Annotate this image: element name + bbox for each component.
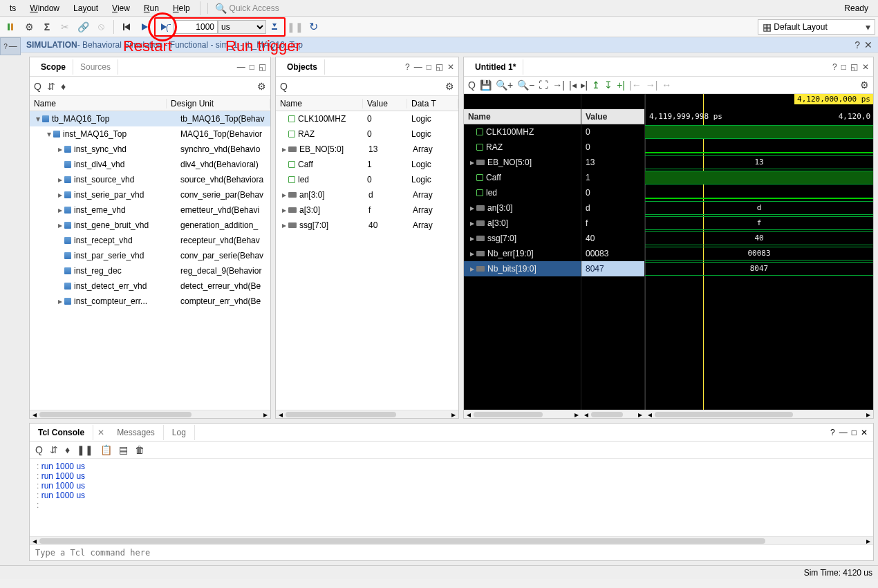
help-icon[interactable]: ? xyxy=(832,62,837,72)
minimize-icon[interactable]: — xyxy=(237,62,245,72)
wave-signal-name[interactable]: RAZ xyxy=(464,140,581,155)
wave-signal-name[interactable]: ▸ssg[7:0] xyxy=(464,231,581,246)
objects-row[interactable]: led0Logic xyxy=(276,172,458,187)
collapse-icon[interactable]: ⇵ xyxy=(50,444,58,455)
wave-lane[interactable] xyxy=(645,152,873,153)
scope-hscroll[interactable]: ◂▸ xyxy=(30,410,270,418)
scope-row[interactable]: ▾inst_MAQ16_TopMAQ16_Top(Behavior xyxy=(30,126,270,142)
close-icon[interactable]: ✕ xyxy=(447,62,454,72)
zoom-out-icon[interactable]: 🔍− xyxy=(517,79,534,91)
wave-signal-value[interactable]: 00083 xyxy=(581,246,644,261)
settings-icon[interactable]: ⚙ xyxy=(21,19,37,35)
next-transition-icon[interactable]: ↧ xyxy=(604,79,613,91)
wave-signal-value[interactable]: 0 xyxy=(581,185,644,200)
maximize-icon[interactable]: □ xyxy=(250,62,254,72)
col-name[interactable]: Name xyxy=(276,99,363,108)
prev-transition-icon[interactable]: ↥ xyxy=(592,79,600,91)
wave-signal-value[interactable]: d xyxy=(581,200,644,216)
objects-row[interactable]: Caff1Logic xyxy=(276,157,458,172)
search-icon[interactable]: Q xyxy=(35,444,43,455)
search-icon[interactable]: Q xyxy=(34,81,41,92)
wval-hscroll[interactable]: ◂▸ xyxy=(581,410,645,418)
minimize-icon[interactable]: — xyxy=(839,428,848,437)
copy-icon[interactable]: 📋 xyxy=(100,444,112,455)
wave-names[interactable]: Name CLK100MHZ RAZ▸EB_NO[5:0] Caff led▸a… xyxy=(464,94,581,410)
collapse-icon[interactable]: ⇵ xyxy=(47,81,55,92)
wave-values[interactable]: Value 001310df40000838047 xyxy=(581,94,645,410)
wave-signal-value[interactable]: 40 xyxy=(581,231,644,246)
float-icon[interactable]: ◱ xyxy=(436,62,443,72)
close-icon[interactable]: ✕ xyxy=(861,428,868,437)
wname-hscroll[interactable]: ◂▸ xyxy=(464,410,581,418)
gear-icon[interactable]: ⚙ xyxy=(257,81,266,92)
wave-signal-value[interactable]: 8047 xyxy=(581,261,644,276)
run-for-button[interactable]: (T) xyxy=(157,19,174,35)
objects-row[interactable]: ▸a[3:0]fArray xyxy=(276,202,458,218)
wave-lane[interactable]: 00083 xyxy=(645,247,873,260)
scope-row[interactable]: inst_reg_decreg_decal_9(Behavior xyxy=(30,263,270,278)
scope-row[interactable]: ▸inst_source_vhdsource_vhd(Behaviora xyxy=(30,172,270,187)
close-icon[interactable]: ✕ xyxy=(864,39,872,50)
wave-signal-name[interactable]: ▸EB_NO[5:0] xyxy=(464,155,581,170)
step-button[interactable] xyxy=(266,19,283,35)
wave-lane[interactable] xyxy=(645,125,873,139)
layout-select[interactable]: ▦ Default Layout ▾ xyxy=(758,19,875,35)
run-unit-select[interactable]: us xyxy=(218,20,266,34)
col-datatype[interactable]: Data T xyxy=(407,99,458,108)
next-marker-icon[interactable]: →| xyxy=(646,79,658,91)
wave-signal-value[interactable]: 13 xyxy=(581,155,644,170)
help-icon[interactable]: ? xyxy=(854,39,860,50)
swap-icon[interactable]: ↔ xyxy=(662,79,671,91)
scope-row[interactable]: inst_detect_err_vhddetect_erreur_vhd(Be xyxy=(30,278,270,294)
console-output[interactable]: : run 1000 us: run 1000 us: run 1000 us:… xyxy=(30,459,873,536)
tab-log[interactable]: Log xyxy=(164,425,195,440)
search-icon[interactable]: Q xyxy=(468,79,476,91)
col-name[interactable]: Name xyxy=(30,99,167,108)
scope-row[interactable]: ▸inst_eme_vhdemetteur_vhd(Behavi xyxy=(30,202,270,218)
wave-lane[interactable]: 8047 xyxy=(645,262,873,276)
objects-row[interactable]: RAZ0Logic xyxy=(276,126,458,142)
run-time-input[interactable] xyxy=(174,20,218,34)
clear-icon[interactable]: 🗑 xyxy=(135,444,144,455)
pause-icon[interactable]: ❚❚ xyxy=(77,444,93,455)
wave-lane[interactable]: 13 xyxy=(645,155,873,169)
cut-icon[interactable]: ✂ xyxy=(57,19,73,35)
wave-signal-name[interactable]: Caff xyxy=(464,170,581,185)
wave-signal-name[interactable]: ▸an[3:0] xyxy=(464,200,581,216)
list-icon[interactable]: ▤ xyxy=(119,444,128,455)
goto-start-icon[interactable]: |◂ xyxy=(569,79,577,91)
scope-row[interactable]: inst_div4_vhddiv4_vhd(Behavioral) xyxy=(30,157,270,172)
tab-close-icon[interactable]: ✕ xyxy=(93,428,109,437)
quick-access[interactable]: 🔍 Quick Access xyxy=(207,3,279,14)
wave-signal-name[interactable]: CLK100MHZ xyxy=(464,124,581,140)
menu-layout[interactable]: Layout xyxy=(66,2,105,15)
scope-row[interactable]: ▾tb_MAQ16_Toptb_MAQ16_Top(Behav xyxy=(30,111,270,126)
col-design-unit[interactable]: Design Unit xyxy=(167,99,270,108)
scope-row[interactable]: inst_par_serie_vhdconv_par_serie(Behav xyxy=(30,248,270,263)
run-all-button[interactable] xyxy=(136,19,153,35)
wplot-hscroll[interactable]: ◂▸ xyxy=(645,410,873,418)
tab-scope[interactable]: Scope xyxy=(34,59,73,75)
maximize-icon[interactable]: □ xyxy=(841,62,846,72)
link-icon[interactable]: 🔗 xyxy=(75,19,91,35)
scope-row[interactable]: inst_recept_vhdrecepteur_vhd(Behav xyxy=(30,233,270,248)
wave-lane[interactable]: f xyxy=(645,216,873,230)
maximize-icon[interactable]: □ xyxy=(427,62,431,72)
wave-signal-name[interactable]: led xyxy=(464,185,581,200)
expand-icon[interactable]: ♦ xyxy=(65,444,70,455)
scope-row[interactable]: ▸inst_compteur_err...compteur_err_vhd(Be xyxy=(30,294,270,309)
maximize-icon[interactable]: □ xyxy=(852,428,857,437)
relaunch-icon[interactable]: ↻ xyxy=(305,19,321,35)
expand-icon[interactable]: ♦ xyxy=(61,81,66,92)
objects-row[interactable]: CLK100MHZ0Logic xyxy=(276,111,458,126)
objects-list[interactable]: CLK100MHZ0Logic RAZ0Logic▸EB_NO[5:0]13Ar… xyxy=(276,111,458,410)
gear-icon[interactable]: ⚙ xyxy=(445,81,454,92)
prev-marker-icon[interactable]: |← xyxy=(629,79,642,91)
sigma-icon[interactable]: Σ xyxy=(39,19,55,35)
scope-row[interactable]: ▸inst_serie_par_vhdconv_serie_par(Behav xyxy=(30,187,270,202)
tcl-input[interactable] xyxy=(35,548,868,558)
wave-signal-value[interactable]: 0 xyxy=(581,140,644,155)
goto-cursor-icon[interactable]: →| xyxy=(552,79,565,91)
scope-row[interactable]: ▸inst_gene_bruit_vhdgeneration_addition_ xyxy=(30,218,270,233)
scope-tree[interactable]: ▾tb_MAQ16_Toptb_MAQ16_Top(Behav▾inst_MAQ… xyxy=(30,111,270,410)
